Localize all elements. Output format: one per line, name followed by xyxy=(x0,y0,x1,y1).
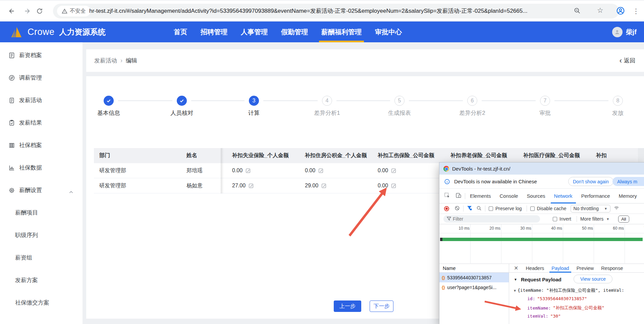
breadcrumb-level1[interactable]: 发薪活动 xyxy=(94,57,117,64)
prev-step-button[interactable]: 上一步 xyxy=(334,300,361,312)
edit-icon[interactable] xyxy=(318,168,323,173)
devtools-tab-elements[interactable]: Elements xyxy=(470,189,491,203)
preserve-log-checkbox[interactable] xyxy=(489,206,493,211)
request-row[interactable]: {} 53395644030713857 xyxy=(439,273,509,282)
profile-icon[interactable] xyxy=(614,5,627,17)
filter-input[interactable] xyxy=(443,215,540,223)
close-icon[interactable]: ✕ xyxy=(514,265,518,271)
sidebar-item-payroll-activity[interactable]: 发薪活动 xyxy=(0,89,83,111)
panel-tab-preview[interactable]: Preview xyxy=(577,264,594,273)
table-scrollbar[interactable] xyxy=(638,148,644,163)
info-icon xyxy=(444,179,450,185)
nav-item-hr[interactable]: 人事管理 xyxy=(241,21,268,42)
dont-show-again-button[interactable]: Don't show again xyxy=(568,177,613,186)
request-list-header[interactable]: Name xyxy=(439,264,509,273)
device-toolbar-icon[interactable] xyxy=(455,192,462,199)
network-conditions-icon[interactable] xyxy=(614,205,619,212)
sidebar-item-salary-adjust[interactable]: 调薪管理 xyxy=(0,66,83,89)
col-header-name[interactable]: 姓名 xyxy=(181,148,221,163)
edit-icon[interactable] xyxy=(321,183,326,188)
sidebar-item-label: 发薪方案 xyxy=(15,276,38,284)
bookmark-star-icon[interactable]: ☆ xyxy=(597,6,603,14)
zoom-search-icon[interactable] xyxy=(574,7,581,15)
invert-checkbox[interactable] xyxy=(553,217,557,221)
forward-icon[interactable] xyxy=(21,5,33,17)
user-menu[interactable]: 柴jf xyxy=(612,21,637,42)
filter-all-chip[interactable]: All xyxy=(618,216,629,223)
step-report[interactable]: 5 生成报表 xyxy=(376,96,423,117)
panel-tab-response[interactable]: Response xyxy=(601,264,623,273)
nav-item-home[interactable]: 首页 xyxy=(174,21,187,42)
step-approve[interactable]: 7 审批 xyxy=(522,96,569,117)
timeline-tick: 20 ms xyxy=(471,226,500,231)
step-person-check[interactable]: 人员核对 xyxy=(158,96,205,117)
col-header-pension[interactable]: 补扣养老保险_公司金额 xyxy=(440,148,513,163)
sidebar-item-salary-archive[interactable]: 薪资档案 xyxy=(0,44,83,66)
nav-item-attendance[interactable]: 假勤管理 xyxy=(281,21,308,42)
nav-item-approval[interactable]: 审批中心 xyxy=(375,21,402,42)
preserve-log-label[interactable]: Preserve log xyxy=(495,206,522,211)
sidebar-item-social-data[interactable]: 社保数据 xyxy=(0,156,83,179)
next-step-button[interactable]: 下一步 xyxy=(370,300,393,312)
payload-preview-line[interactable]: ▼ {itemName: "补扣工伤保险_公司金额", itemVal: xyxy=(514,287,624,293)
step-payout[interactable]: 8 发放 xyxy=(594,96,641,117)
panel-tab-payload[interactable]: Payload xyxy=(551,264,569,273)
url-text[interactable]: hr-test.zjf-it.cn/#/salaryManagement/add… xyxy=(89,4,569,18)
disable-cache-checkbox[interactable] xyxy=(530,206,535,211)
sidebar-item-social-archive[interactable]: 社保档案 xyxy=(0,134,83,156)
sidebar-item-salary-group[interactable]: 薪资组 xyxy=(0,246,83,269)
devtools-tab-memory[interactable]: Memory xyxy=(619,189,637,203)
edit-icon[interactable] xyxy=(391,168,396,173)
back-icon[interactable] xyxy=(6,5,18,17)
kebab-menu-icon[interactable]: ⋮ xyxy=(630,5,642,17)
app-title: 人力资源系统 xyxy=(59,27,106,37)
throttling-dropdown[interactable]: No throttling ▼ xyxy=(571,205,610,213)
sidebar-item-salary-items[interactable]: 薪酬项目 xyxy=(0,201,83,224)
nav-item-recruit[interactable]: 招聘管理 xyxy=(201,21,227,42)
col-header-truncated[interactable]: 补扣 xyxy=(585,148,644,163)
devtools-tabbar: Elements Console Sources Network Perform… xyxy=(439,189,644,203)
col-header-medical[interactable]: 补扣医疗保险_公司金额 xyxy=(513,148,585,163)
clear-icon[interactable] xyxy=(454,205,460,212)
devtools-tab-network[interactable]: Network xyxy=(554,189,573,203)
step-diff-analysis-2[interactable]: 6 差异分析2 xyxy=(449,96,496,117)
devtools-tab-performance[interactable]: Performance xyxy=(581,189,610,203)
not-secure-badge[interactable]: 不安全 xyxy=(57,6,91,16)
devtools-tab-sources[interactable]: Sources xyxy=(527,189,545,203)
step-calculate[interactable]: 3 计算 xyxy=(230,96,277,117)
request-row[interactable]: {} user?page=1&pageSi... xyxy=(439,282,509,292)
col-header-unemployment[interactable]: 补扣失业保险_个人金额 xyxy=(221,148,294,163)
edit-icon[interactable] xyxy=(391,183,396,188)
invert-label[interactable]: Invert xyxy=(559,216,571,222)
edit-icon[interactable] xyxy=(249,183,254,188)
inspect-icon[interactable] xyxy=(444,192,450,199)
step-circle: 7 xyxy=(540,96,550,106)
sidebar-item-payroll-result[interactable]: 发薪结果 xyxy=(0,111,83,134)
network-timeline[interactable]: 10 ms 20 ms 30 ms 40 ms 50 ms 60 ms 70 m… xyxy=(439,224,644,264)
view-source-button[interactable]: View source xyxy=(574,275,612,283)
sidebar-item-payroll-plan[interactable]: 发薪方案 xyxy=(0,269,83,291)
always-match-button[interactable]: Always m xyxy=(612,177,644,186)
record-icon[interactable] xyxy=(444,206,449,211)
col-header-dept[interactable]: 部门 xyxy=(94,148,181,163)
step-basic-info[interactable]: 基本信息 xyxy=(86,96,132,117)
url-bar[interactable]: 不安全 hr-test.zjf-it.cn/#/salaryManagement… xyxy=(53,4,619,18)
filter-funnel-icon[interactable] xyxy=(467,205,472,212)
disable-cache-label[interactable]: Disable cache xyxy=(537,206,567,211)
panel-tab-headers[interactable]: Headers xyxy=(526,264,544,273)
col-header-injury[interactable]: 补扣工伤保险_公司金额 xyxy=(367,148,440,163)
devtools-tab-console[interactable]: Console xyxy=(500,189,518,203)
edit-icon[interactable] xyxy=(246,168,251,173)
request-payload-section[interactable]: ▼ Request Payload xyxy=(514,277,561,282)
sidebar-item-social-plan[interactable]: 社保缴交方案 xyxy=(0,291,83,314)
reload-icon[interactable] xyxy=(34,5,46,17)
sidebar-item-rank-sequence[interactable]: 职级序列 xyxy=(0,224,83,246)
search-icon[interactable] xyxy=(476,205,482,212)
devtools-titlebar[interactable]: DevTools - hr-test.zjf-it.cn/ xyxy=(439,163,644,175)
back-button[interactable]: ‹ 返回 xyxy=(620,49,635,72)
col-header-housing-fund[interactable]: 补扣住房公积金_个人金额 xyxy=(294,148,367,163)
step-diff-analysis-1[interactable]: 4 差异分析1 xyxy=(304,96,351,117)
sidebar-group-salary-settings[interactable]: 薪酬设置 xyxy=(0,179,83,201)
more-filters-label[interactable]: More filters xyxy=(580,216,603,222)
nav-item-compensation[interactable]: 薪酬福利管理 xyxy=(321,21,362,42)
